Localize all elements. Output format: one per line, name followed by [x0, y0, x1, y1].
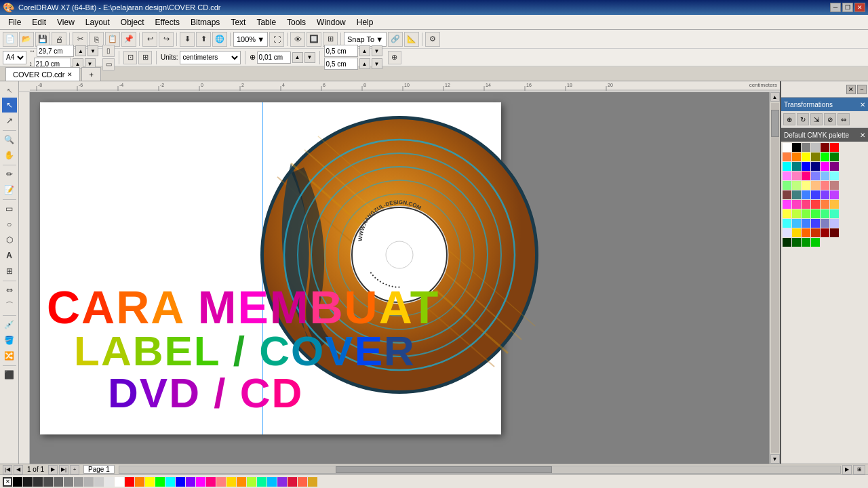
- bottom-color-swatch[interactable]: [43, 477, 53, 487]
- color-swatch[interactable]: [830, 152, 839, 161]
- menu-object[interactable]: Object: [115, 16, 150, 28]
- color-swatch[interactable]: [811, 200, 820, 209]
- color-swatch[interactable]: [792, 219, 801, 228]
- nudge-input[interactable]: [257, 52, 291, 64]
- nudge-up[interactable]: ▲: [292, 52, 303, 63]
- bottom-color-swatch[interactable]: [125, 477, 134, 487]
- h-scroll-thumb[interactable]: [336, 466, 552, 473]
- paste-special-button[interactable]: 📌: [121, 32, 136, 47]
- color-swatch[interactable]: [792, 181, 801, 190]
- transform-rotate[interactable]: ↻: [797, 113, 809, 125]
- micro-nudge-up[interactable]: ▲: [359, 58, 370, 69]
- width-input[interactable]: [37, 45, 74, 57]
- width-down[interactable]: ▼: [87, 45, 98, 56]
- page-border-button[interactable]: ⊞: [138, 51, 152, 64]
- bottom-color-swatch[interactable]: [226, 477, 236, 487]
- color-swatch[interactable]: [792, 228, 801, 237]
- selection-tool[interactable]: ↖: [2, 98, 17, 113]
- portrait-button[interactable]: ▯: [102, 45, 115, 57]
- color-swatch[interactable]: [783, 200, 791, 209]
- bottom-color-swatch[interactable]: [288, 477, 297, 487]
- color-swatch[interactable]: [811, 190, 820, 199]
- color-swatch[interactable]: [802, 209, 810, 218]
- smart-draw-tool[interactable]: 📝: [2, 182, 17, 197]
- new-button[interactable]: 📄: [3, 32, 18, 47]
- color-swatch[interactable]: [811, 238, 820, 247]
- transform-mirror[interactable]: ⇔: [837, 113, 850, 125]
- same-size-button[interactable]: ⊡: [123, 51, 137, 64]
- bottom-color-swatch[interactable]: [277, 477, 287, 487]
- color-swatch[interactable]: [783, 228, 791, 237]
- color-swatch[interactable]: [811, 228, 820, 237]
- dynamic-guides-button[interactable]: 📐: [404, 32, 419, 47]
- page-tab[interactable]: Page 1: [83, 465, 115, 474]
- color-swatch[interactable]: [830, 162, 839, 171]
- color-swatch[interactable]: [821, 162, 829, 171]
- color-swatch[interactable]: [783, 152, 791, 161]
- bottom-color-swatch[interactable]: [176, 477, 185, 487]
- transform-position[interactable]: ⊕: [783, 113, 795, 125]
- tab-add[interactable]: +: [81, 67, 100, 81]
- bottom-color-swatch[interactable]: [165, 477, 175, 487]
- color-swatch[interactable]: [802, 152, 810, 161]
- ellipse-tool[interactable]: ○: [2, 217, 17, 232]
- bottom-color-swatch[interactable]: [155, 477, 165, 487]
- paper-size-dropdown[interactable]: A4: [3, 51, 26, 64]
- import-button[interactable]: ⬇: [180, 32, 195, 47]
- transform-scale[interactable]: ⇲: [810, 113, 823, 125]
- scroll-up-button[interactable]: ▲: [770, 92, 780, 102]
- color-swatch[interactable]: [802, 190, 810, 199]
- color-swatch[interactable]: [792, 152, 801, 161]
- width-up[interactable]: ▲: [75, 45, 86, 56]
- freehand-pick-tool[interactable]: ↗: [2, 113, 17, 128]
- menu-table[interactable]: Table: [251, 16, 281, 28]
- undo-button[interactable]: ↩: [142, 32, 157, 47]
- close-button[interactable]: ✕: [854, 3, 865, 12]
- color-swatch[interactable]: [811, 143, 820, 152]
- view-options1[interactable]: 👁: [290, 32, 305, 47]
- menu-view[interactable]: View: [52, 16, 80, 28]
- color-swatch[interactable]: [830, 181, 839, 190]
- export-button[interactable]: ⬆: [196, 32, 211, 47]
- rectangle-tool[interactable]: ▭: [2, 201, 17, 216]
- color-swatch[interactable]: [821, 219, 829, 228]
- polygon-tool[interactable]: ⬡: [2, 232, 17, 247]
- super-nudge-down[interactable]: ▼: [372, 45, 382, 56]
- color-swatch[interactable]: [783, 181, 791, 190]
- h-scroll-right[interactable]: ▶: [842, 465, 852, 474]
- zoom-dropdown[interactable]: 100% ▼: [233, 32, 268, 47]
- bottom-color-swatch[interactable]: [115, 477, 124, 487]
- minimize-button[interactable]: ─: [830, 3, 841, 12]
- color-swatch[interactable]: [821, 143, 829, 152]
- parallel-dimension-tool[interactable]: ⇔: [2, 283, 17, 298]
- color-swatch[interactable]: [821, 228, 829, 237]
- zoom-tool[interactable]: 🔍: [2, 132, 17, 147]
- super-nudge-input[interactable]: [324, 45, 358, 57]
- color-swatch[interactable]: [802, 181, 810, 190]
- no-fill-swatch[interactable]: ✕: [3, 477, 12, 487]
- color-swatch[interactable]: [830, 219, 839, 228]
- menu-file[interactable]: File: [3, 16, 26, 28]
- color-swatch[interactable]: [792, 238, 801, 247]
- panel-close-button[interactable]: ✕: [846, 85, 856, 94]
- redo-button[interactable]: ↪: [159, 32, 174, 47]
- bottom-color-swatch[interactable]: [104, 477, 114, 487]
- export-web-button[interactable]: 🌐: [212, 32, 227, 47]
- eyedropper-tool[interactable]: 💉: [2, 317, 17, 332]
- color-swatch[interactable]: [792, 171, 801, 180]
- color-swatch[interactable]: [811, 209, 820, 218]
- color-swatch[interactable]: [783, 238, 791, 247]
- bottom-color-swatch[interactable]: [135, 477, 144, 487]
- super-nudge-up[interactable]: ▲: [359, 45, 370, 56]
- color-swatch[interactable]: [783, 162, 791, 171]
- color-swatch[interactable]: [783, 219, 791, 228]
- color-palette-close[interactable]: ✕: [860, 131, 865, 139]
- smart-fill-tool[interactable]: ⬛: [2, 367, 17, 382]
- add-page-nav-button[interactable]: +: [70, 465, 79, 474]
- bottom-color-swatch[interactable]: [145, 477, 155, 487]
- tab-cover-cd[interactable]: COVER CD.cdr ✕: [5, 67, 80, 81]
- color-swatch[interactable]: [830, 209, 839, 218]
- color-swatch[interactable]: [830, 171, 839, 180]
- menu-layout[interactable]: Layout: [80, 16, 115, 28]
- color-swatch[interactable]: [811, 152, 820, 161]
